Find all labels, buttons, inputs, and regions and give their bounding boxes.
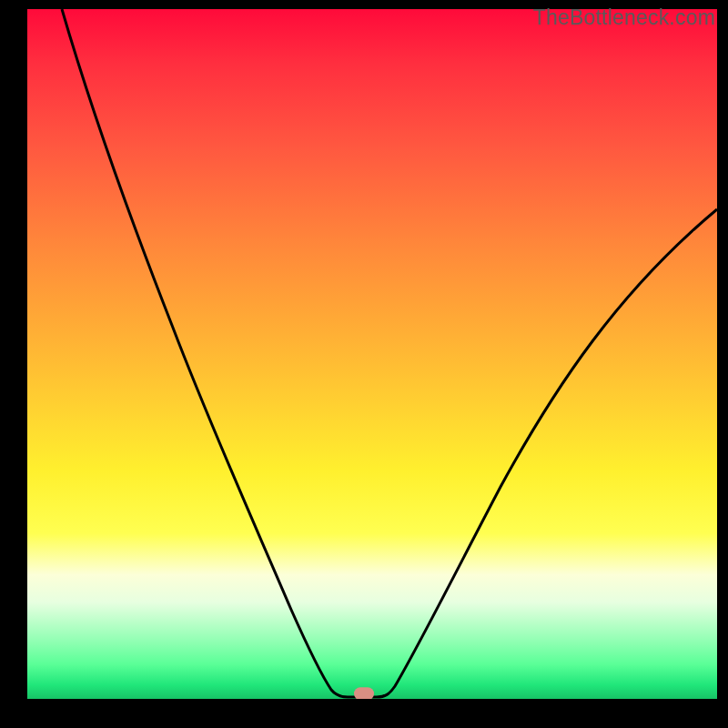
optimal-marker [354,687,374,699]
bottleneck-plot [27,9,717,699]
bottleneck-curve [62,9,717,697]
watermark-text: TheBottleneck.com [533,5,715,30]
chart-frame: TheBottleneck.com [0,0,728,728]
curve-layer [27,9,717,699]
